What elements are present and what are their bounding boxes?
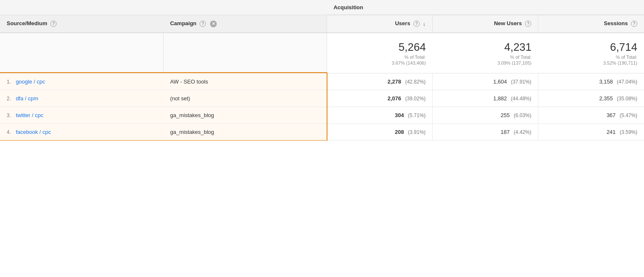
- source-link[interactable]: google / cpc: [16, 78, 45, 85]
- source-link[interactable]: dfa / cpm: [16, 95, 38, 102]
- row-number: 4.: [7, 129, 11, 135]
- row-number: 3.: [7, 112, 11, 118]
- users-value: 2,076: [387, 95, 401, 102]
- sessions-pct: (3.59%): [620, 129, 637, 135]
- totals-new-users-cell: 4,231 % of Total: 3.09% (137,105): [433, 33, 538, 73]
- row-new-users-cell: 1,882 (44.48%): [433, 90, 538, 107]
- sessions-value: 241: [607, 129, 616, 135]
- totals-users-sub: % of Total:: [334, 55, 426, 60]
- row-campaign-cell: ga_mistakes_blog: [164, 107, 327, 123]
- users-label: Users: [395, 20, 410, 26]
- totals-users-pct: 3.67% (143,406): [334, 60, 426, 65]
- sessions-pct: (35.08%): [617, 96, 637, 102]
- new-users-pct: (44.48%): [511, 96, 532, 102]
- campaign-value: (not set): [170, 95, 190, 102]
- table-row: 1. google / cpc AW - SEO tools 2,278 (42…: [0, 73, 644, 90]
- new-users-pct: (37.91%): [511, 79, 532, 85]
- users-value: 304: [395, 112, 404, 118]
- acquisition-header-row: Acquisition: [0, 0, 644, 15]
- row-campaign-cell: (not set): [164, 90, 327, 107]
- sessions-pct: (5.47%): [620, 112, 637, 118]
- totals-sessions-cell: 6,714 % of Total: 3.52% (190,711): [538, 33, 644, 73]
- acquisition-section-header: Acquisition: [327, 0, 644, 15]
- sessions-value: 367: [607, 112, 616, 118]
- source-medium-header: Source/Medium ?: [0, 15, 164, 33]
- new-users-header[interactable]: New Users ?: [433, 15, 538, 33]
- row-users-cell: 2,076 (39.02%): [327, 90, 432, 107]
- row-number: 2.: [7, 96, 11, 102]
- row-source-cell: 1. google / cpc: [0, 73, 164, 90]
- source-link[interactable]: facebook / cpc: [16, 129, 51, 135]
- new-users-pct: (6.03%): [514, 112, 531, 118]
- row-campaign-cell: AW - SEO tools: [164, 73, 327, 90]
- row-sessions-cell: 2,355 (35.08%): [538, 90, 644, 107]
- totals-new-users-value: 4,231: [439, 41, 532, 54]
- row-users-cell: 208 (3.91%): [327, 123, 432, 140]
- new-users-value: 255: [501, 112, 510, 118]
- row-new-users-cell: 255 (6.03%): [433, 107, 538, 123]
- sessions-pct: (47.04%): [617, 79, 637, 85]
- row-sessions-cell: 241 (3.59%): [538, 123, 644, 140]
- campaign-value: ga_mistakes_blog: [170, 129, 214, 135]
- totals-users-cell: 5,264 % of Total: 3.67% (143,406): [327, 33, 432, 73]
- table-row: 2. dfa / cpm (not set) 2,076 (39.02%) 1,…: [0, 90, 644, 107]
- row-new-users-cell: 1,604 (37.91%): [433, 73, 538, 90]
- row-source-cell: 3. twitter / cpc: [0, 107, 164, 123]
- sessions-help-icon[interactable]: ?: [631, 21, 637, 27]
- campaign-empty-top: [164, 0, 327, 15]
- campaign-label: Campaign: [170, 20, 197, 26]
- sessions-header[interactable]: Sessions ?: [538, 15, 644, 33]
- row-campaign-cell: ga_mistakes_blog: [164, 123, 327, 140]
- campaign-help-icon[interactable]: ?: [200, 21, 206, 27]
- sessions-value: 2,355: [599, 95, 613, 102]
- totals-users-value: 5,264: [334, 41, 426, 54]
- analytics-table: Acquisition Source/Medium ? Campaign ? ✕…: [0, 0, 644, 141]
- source-empty-top: [0, 0, 164, 15]
- campaign-value: AW - SEO tools: [170, 78, 208, 85]
- users-value: 208: [395, 129, 404, 135]
- new-users-value: 187: [501, 129, 510, 135]
- row-users-cell: 2,278 (42.82%): [327, 73, 432, 90]
- source-medium-label: Source/Medium: [7, 20, 47, 26]
- new-users-help-icon[interactable]: ?: [525, 21, 531, 27]
- users-value: 2,278: [387, 78, 401, 85]
- row-source-cell: 2. dfa / cpm: [0, 90, 164, 107]
- totals-sessions-sub: % of Total:: [545, 55, 637, 60]
- users-pct: (5.71%): [408, 112, 426, 118]
- new-users-pct: (4.42%): [514, 129, 531, 135]
- table-row: 3. twitter / cpc ga_mistakes_blog 304 (5…: [0, 107, 644, 123]
- users-pct: (3.91%): [408, 129, 426, 135]
- row-new-users-cell: 187 (4.42%): [433, 123, 538, 140]
- totals-new-users-sub: % of Total:: [439, 55, 532, 60]
- row-source-cell: 4. facebook / cpc: [0, 123, 164, 140]
- totals-campaign-cell: [164, 33, 327, 73]
- acquisition-label: Acquisition: [333, 4, 363, 10]
- campaign-value: ga_mistakes_blog: [170, 112, 214, 118]
- sessions-value: 3,158: [599, 78, 613, 85]
- totals-new-users-pct: 3.09% (137,105): [439, 60, 532, 65]
- sessions-label: Sessions: [604, 20, 628, 26]
- new-users-value: 1,882: [493, 95, 507, 102]
- source-link[interactable]: twitter / cpc: [16, 112, 44, 118]
- table-row: 4. facebook / cpc ga_mistakes_blog 208 (…: [0, 123, 644, 140]
- campaign-header: Campaign ? ✕: [164, 15, 327, 33]
- row-users-cell: 304 (5.71%): [327, 107, 432, 123]
- sort-arrow-icon[interactable]: ↓: [423, 21, 426, 27]
- users-header[interactable]: Users ? ↓: [327, 15, 432, 33]
- totals-row: 5,264 % of Total: 3.67% (143,406) 4,231 …: [0, 33, 644, 73]
- row-sessions-cell: 367 (5.47%): [538, 107, 644, 123]
- row-sessions-cell: 3,158 (47.04%): [538, 73, 644, 90]
- users-pct: (39.02%): [405, 96, 426, 102]
- users-help-icon[interactable]: ?: [413, 21, 420, 27]
- totals-sessions-value: 6,714: [545, 41, 637, 54]
- column-headers-row: Source/Medium ? Campaign ? ✕ Users ? ↓ N…: [0, 15, 644, 33]
- new-users-value: 1,604: [493, 78, 507, 85]
- new-users-label: New Users: [494, 20, 522, 26]
- campaign-close-icon[interactable]: ✕: [210, 21, 217, 27]
- row-number: 1.: [7, 79, 11, 85]
- source-medium-help-icon[interactable]: ?: [50, 21, 57, 27]
- totals-source-cell: [0, 33, 164, 73]
- totals-sessions-pct: 3.52% (190,711): [545, 60, 637, 65]
- users-pct: (42.82%): [405, 79, 426, 85]
